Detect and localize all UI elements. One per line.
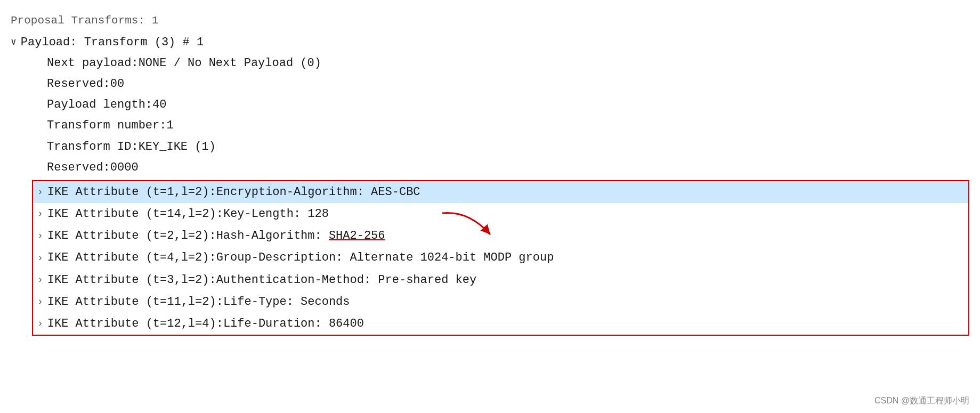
ike-row-1-key: IKE Attribute (t=14,l=2): <box>47 205 223 223</box>
ike-row-4-key: IKE Attribute (t=3,l=2): <box>47 271 216 289</box>
field-key-2: Payload length: <box>47 95 152 114</box>
payload-expand-arrow[interactable] <box>11 34 17 51</box>
field-transform-id: Transform ID: KEY_IKE (1) <box>32 136 969 157</box>
ike-row-0[interactable]: › IKE Attribute (t=1,l=2): Encryption-Al… <box>33 181 968 203</box>
field-key-3: Transform number: <box>47 116 166 135</box>
ike-row-5-key: IKE Attribute (t=11,l=2): <box>47 293 223 311</box>
field-value-0: NONE / No Next Payload (0) <box>139 54 321 72</box>
sha2-256-underlined: SHA2-256 <box>329 229 385 242</box>
ike-attributes-box: › IKE Attribute (t=1,l=2): Encryption-Al… <box>32 180 969 336</box>
ike-row-6-key: IKE Attribute (t=12,l=4): <box>47 314 223 333</box>
ike-row-3-arrow[interactable]: › <box>37 250 43 266</box>
tree-container: Proposal Transforms: 1 Payload: Transfor… <box>11 5 969 343</box>
field-key-4: Transform ID: <box>47 137 139 156</box>
field-reserved-2: Reserved: 0000 <box>32 157 969 178</box>
ike-row-1-arrow[interactable]: › <box>37 206 43 222</box>
ike-row-5-value: Life-Type: Seconds <box>223 293 350 311</box>
ike-row-0-arrow[interactable]: › <box>37 184 43 200</box>
ike-row-2-arrow[interactable]: › <box>37 228 43 244</box>
ike-row-4-arrow[interactable]: › <box>37 272 43 288</box>
field-value-5: 0000 <box>110 158 139 177</box>
ike-row-3-key: IKE Attribute (t=4,l=2): <box>47 248 216 267</box>
field-key-1: Reserved: <box>47 75 110 93</box>
ike-row-2[interactable]: › IKE Attribute (t=2,l=2): Hash-Algorith… <box>33 225 968 247</box>
ike-row-5[interactable]: › IKE Attribute (t=11,l=2): Life-Type: S… <box>33 291 968 313</box>
ike-row-1[interactable]: › IKE Attribute (t=14,l=2): Key-Length: … <box>33 203 968 225</box>
ike-row-6-value: Life-Duration: 86400 <box>223 314 364 333</box>
field-transform-number: Transform number: 1 <box>32 115 969 136</box>
ike-row-6-arrow[interactable]: › <box>37 316 43 331</box>
proposal-label: Proposal Transforms: 1 <box>11 12 158 30</box>
payload-header-line[interactable]: Payload: Transform (3) # 1 <box>11 32 969 53</box>
ike-row-0-key: IKE Attribute (t=1,l=2): <box>47 183 216 201</box>
ike-row-2-key: IKE Attribute (t=2,l=2): <box>47 226 216 245</box>
field-value-1: 00 <box>110 75 124 93</box>
ike-row-6[interactable]: › IKE Attribute (t=12,l=4): Life-Duratio… <box>33 313 968 335</box>
payload-header: Payload: Transform (3) # 1 <box>21 33 204 52</box>
field-value-2: 40 <box>152 95 166 114</box>
payload-fields: Next payload: NONE / No Next Payload (0)… <box>11 53 969 178</box>
ike-row-3-value: Group-Description: Alternate 1024-bit MO… <box>216 248 554 267</box>
field-value-4: KEY_IKE (1) <box>139 137 216 156</box>
proposal-line: Proposal Transforms: 1 <box>11 11 969 31</box>
ike-row-5-arrow[interactable]: › <box>37 294 43 310</box>
field-key-5: Reserved: <box>47 158 110 177</box>
ike-row-0-value: Encryption-Algorithm: AES-CBC <box>216 183 420 201</box>
field-payload-length: Payload length: 40 <box>32 94 969 115</box>
field-key-0: Next payload: <box>47 54 139 72</box>
ike-row-4-value: Authentication-Method: Pre-shared key <box>216 271 476 289</box>
field-value-3: 1 <box>166 116 173 135</box>
ike-row-4[interactable]: › IKE Attribute (t=3,l=2): Authenticatio… <box>33 269 968 291</box>
ike-row-2-value: Hash-Algorithm: SHA2-256 <box>216 226 385 245</box>
ike-row-3[interactable]: › IKE Attribute (t=4,l=2): Group-Descrip… <box>33 247 968 269</box>
field-reserved-1: Reserved: 00 <box>32 74 969 94</box>
field-next-payload: Next payload: NONE / No Next Payload (0) <box>32 53 969 74</box>
ike-row-1-value: Key-Length: 128 <box>223 205 329 223</box>
